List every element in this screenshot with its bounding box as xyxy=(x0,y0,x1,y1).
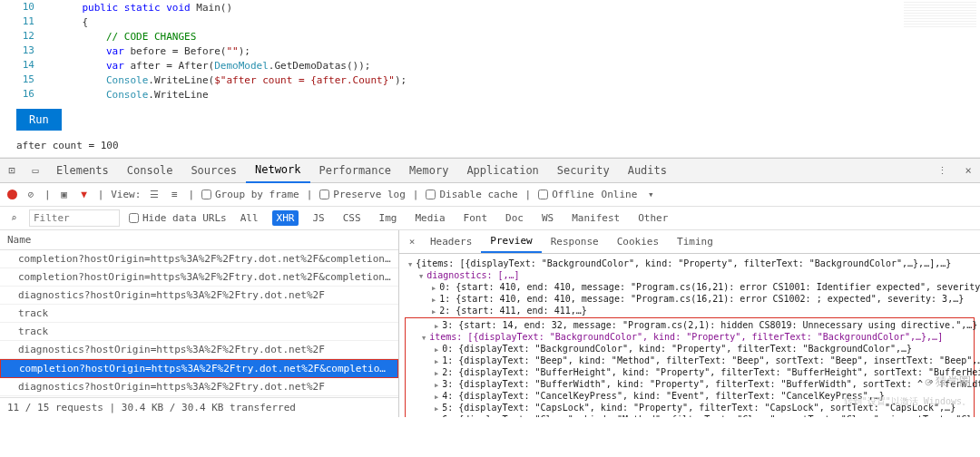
watermark: ⊙猿学圈 xyxy=(925,374,971,390)
close-icon[interactable]: × xyxy=(956,164,980,177)
preview-line[interactable]: 3: {start: 14, end: 32, message: "Progra… xyxy=(406,319,974,331)
view-large-icon[interactable]: ☰ xyxy=(148,189,161,201)
code-area[interactable]: public static void Main() { // CODE CHAN… xyxy=(51,0,980,100)
preview-line[interactable]: diagnostics: [,…] xyxy=(403,269,976,281)
filter-all[interactable]: All xyxy=(236,210,263,226)
subtab-preview[interactable]: Preview xyxy=(481,230,541,253)
name-column-header[interactable]: Name xyxy=(0,230,398,250)
code-line[interactable]: public static void Main() xyxy=(51,1,980,15)
detail-tabs: × HeadersPreviewResponseCookiesTiming xyxy=(399,230,980,254)
record-icon[interactable] xyxy=(7,190,17,199)
hide-urls-checkbox[interactable]: Hide data URLs xyxy=(129,212,227,224)
preview-line[interactable]: 0: {displayText: "BackgroundColor", kind… xyxy=(406,343,974,355)
filter-manifest[interactable]: Manifest xyxy=(567,210,624,226)
preview-line[interactable]: 1: {displayText: "Beep", kind: "Method",… xyxy=(406,355,974,366)
filter-xhr[interactable]: XHR xyxy=(272,210,299,226)
filter-js[interactable]: JS xyxy=(308,210,328,226)
tab-audits[interactable]: Audits xyxy=(619,159,676,182)
preview-line[interactable]: items: [{displayText: "BackgroundColor",… xyxy=(406,331,974,343)
output-text: after count = 100 xyxy=(0,138,980,158)
tab-application[interactable]: Application xyxy=(457,159,547,182)
code-line[interactable]: var after = After(DemoModel.GetDemoDatas… xyxy=(51,59,980,73)
view-small-icon[interactable]: ≡ xyxy=(168,189,181,201)
tab-performance[interactable]: Performance xyxy=(310,159,400,182)
request-row[interactable]: completion?hostOrigin=https%3A%2F%2Ftry.… xyxy=(0,359,398,378)
line-gutter: 10111213141516 xyxy=(0,0,51,100)
subtab-cookies[interactable]: Cookies xyxy=(608,231,668,252)
offline-checkbox[interactable]: Offline xyxy=(538,189,593,200)
preview-line[interactable]: 3: {displayText: "BufferWidth", kind: "P… xyxy=(406,378,974,390)
more-icon[interactable]: ⋮ xyxy=(928,165,956,177)
subtab-timing[interactable]: Timing xyxy=(668,231,722,252)
tab-memory[interactable]: Memory xyxy=(400,159,457,182)
run-button[interactable]: Run xyxy=(16,109,62,131)
inspect-icon[interactable]: ⊡ xyxy=(0,164,24,177)
request-row[interactable]: diagnostics?hostOrigin=https%3A%2F%2Ftry… xyxy=(0,287,398,305)
tab-sources[interactable]: Sources xyxy=(181,159,246,182)
view-label: View: xyxy=(111,189,141,200)
request-row[interactable]: track xyxy=(0,323,398,341)
code-line[interactable]: var before = Before(""); xyxy=(51,44,980,59)
tab-security[interactable]: Security xyxy=(548,159,619,182)
preserve-checkbox[interactable]: Preserve log xyxy=(319,189,405,200)
chevron-down-icon[interactable]: ▾ xyxy=(644,189,657,201)
code-line[interactable]: Console.WriteLine xyxy=(51,88,980,102)
devtools-tabs: ⊡ ▭ ElementsConsoleSourcesNetworkPerform… xyxy=(0,159,980,183)
disable-cache-checkbox[interactable]: Disable cache xyxy=(426,189,517,200)
preview-line[interactable]: 0: {start: 410, end: 410, message: "Prog… xyxy=(403,281,976,293)
preview-panel[interactable]: {items: [{displayText: "BackgroundColor"… xyxy=(399,254,980,417)
request-row[interactable]: diagnostics?hostOrigin=https%3A%2F%2Ftry… xyxy=(0,341,398,359)
filter-input[interactable] xyxy=(29,209,120,227)
group-checkbox[interactable]: Group by frame xyxy=(201,189,299,200)
filter-doc[interactable]: Doc xyxy=(501,210,528,226)
preview-line[interactable]: 2: {start: 411, end: 411,…} xyxy=(403,305,976,316)
request-list: completion?hostOrigin=https%3A%2F%2Ftry.… xyxy=(0,250,398,397)
network-toolbar: ⊘ | ▣ ▼ | View: ☰ ≡ | Group by frame | P… xyxy=(0,183,980,207)
preview-line[interactable]: 1: {start: 410, end: 410, message: "Prog… xyxy=(403,293,976,305)
windows-activation: 转到"设置"以激活 Windows。 xyxy=(844,395,971,408)
code-line[interactable]: // CODE CHANGES xyxy=(51,30,980,44)
filter-img[interactable]: Img xyxy=(375,210,402,226)
camera-icon[interactable]: ▣ xyxy=(58,189,71,201)
filter-css[interactable]: CSS xyxy=(338,210,366,226)
minimap xyxy=(904,2,976,29)
filter-icon[interactable]: ▼ xyxy=(78,189,91,201)
tab-network[interactable]: Network xyxy=(246,158,310,183)
subtab-headers[interactable]: Headers xyxy=(421,231,481,252)
preview-line[interactable]: 2: {displayText: "BufferHeight", kind: "… xyxy=(406,366,974,378)
tab-elements[interactable]: Elements xyxy=(47,159,118,182)
request-row[interactable]: track xyxy=(0,305,398,323)
device-icon[interactable]: ▭ xyxy=(24,164,47,177)
subtab-response[interactable]: Response xyxy=(542,231,608,252)
request-row[interactable]: completion?hostOrigin=https%3A%2F%2Ftry.… xyxy=(0,250,398,268)
status-bar: 11 / 15 requests | 30.4 KB / 30.4 KB tra… xyxy=(0,397,398,417)
filter-other[interactable]: Other xyxy=(633,210,672,226)
filter-font[interactable]: Font xyxy=(459,210,493,226)
preview-line[interactable]: {items: [{displayText: "BackgroundColor"… xyxy=(403,258,976,269)
filter-media[interactable]: Media xyxy=(410,210,449,226)
online-label: Online xyxy=(602,189,638,200)
request-row[interactable]: diagnostics?hostOrigin=https%3A%2F%2Ftry… xyxy=(0,378,398,396)
code-line[interactable]: Console.WriteLine($"after count = {after… xyxy=(51,73,980,88)
code-line[interactable]: { xyxy=(51,15,980,30)
preview-line[interactable]: 6: {displayText: "Clear", kind: "Method"… xyxy=(406,413,974,417)
tab-console[interactable]: Console xyxy=(118,159,182,182)
clear-icon[interactable]: ⊘ xyxy=(24,189,37,201)
filter-ws[interactable]: WS xyxy=(537,210,558,226)
funnel-icon[interactable]: ⌕ xyxy=(7,212,20,225)
filter-bar: ⌕ Hide data URLs AllXHRJSCSSImgMediaFont… xyxy=(0,207,980,230)
close-detail-icon[interactable]: × xyxy=(403,236,421,248)
request-row[interactable]: completion?hostOrigin=https%3A%2F%2Ftry.… xyxy=(0,268,398,287)
